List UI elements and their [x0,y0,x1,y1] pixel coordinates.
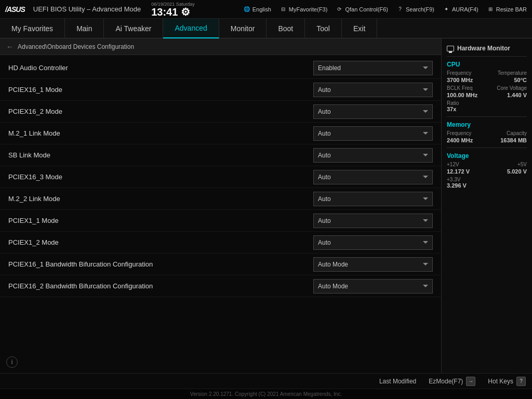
myfavorite-icon: ⊟ [280,6,287,13]
footer: Last Modified EzMode(F7) → Hot Keys ? Ve… [0,373,532,399]
volt-33-value: 3.296 V [447,182,527,189]
table-row: PCIEX16_1 Bandwidth Bifurcation Configur… [0,254,441,275]
breadcrumb: Advanced\Onboard Devices Configuration [18,43,134,50]
table-row: PCIEX1_1 Mode Auto [0,210,441,232]
resizebar-icon: ⊞ [487,6,494,13]
ezmode-btn[interactable]: EzMode(F7) → [429,377,475,386]
mem-cap-label: Capacity [507,130,527,136]
config-select[interactable]: Auto [313,214,433,228]
table-row: HD Audio Controller Enabled [0,57,441,79]
config-select[interactable]: Auto Mode [313,257,433,272]
dropdown-arrow-icon [423,285,428,287]
hardware-monitor-title: Hardware Monitor [447,43,527,57]
config-label: PCIEX16_3 Mode [8,173,313,181]
select-value: Auto [318,217,331,224]
select-value: Auto [318,108,331,115]
select-value: Auto [318,130,331,137]
header-time: 13:41 ⚙ [151,7,190,17]
cpu-bclk-label: BCLK Freq [447,85,472,91]
config-select[interactable]: Auto Mode [313,279,433,294]
volt-33-label: +3.3V [447,177,527,182]
nav-item-my-favorites[interactable]: My Favorites [0,19,65,38]
config-select[interactable]: Auto [313,104,433,119]
cpu-ratio-label: Ratio [447,100,527,106]
hotkeys-label: Hot Keys [488,378,513,385]
config-select[interactable]: Auto [313,148,433,163]
config-label: PCIEX16_1 Mode [8,86,313,94]
config-area: HD Audio Controller Enabled PCIEX16_1 Mo… [0,55,441,373]
aura-tool[interactable]: ✦ AURA(F4) [443,6,478,13]
nav-item-advanced[interactable]: Advanced [163,19,219,38]
copyright-text: Version 2.20.1271. Copyright (C) 2021 Am… [190,391,342,397]
dropdown-arrow-icon [423,197,428,200]
table-row: M.2_1 Link Mode Auto [0,123,441,144]
config-label: PCIEX1_2 Mode [8,238,313,246]
qfan-tool[interactable]: ⟳ Qfan Control(F6) [336,6,388,13]
resizebar-tool[interactable]: ⊞ Resize BAR [487,6,527,13]
dropdown-arrow-icon [423,219,428,222]
hardware-monitor-sidebar: Hardware Monitor CPU Frequency Temperatu… [441,38,532,373]
select-value: Auto Mode [318,261,348,268]
monitor-icon [447,46,454,51]
cpu-section-label: CPU [447,61,527,68]
resizebar-label: Resize BAR [496,6,527,12]
dropdown-arrow-icon [423,110,428,113]
volt-5-label: +5V [517,162,527,167]
config-select[interactable]: Enabled [313,61,433,75]
select-value: Auto [318,239,331,246]
table-row: PCIEX16_2 Bandwidth Bifurcation Configur… [0,275,441,297]
ezmode-label: EzMode(F7) [429,378,463,385]
cpu-corevolt-label: Core Voltage [497,85,527,91]
volt-12-val-row: 12.172 V 5.020 V [447,168,527,175]
aura-label: AURA(F4) [452,6,478,12]
dropdown-arrow-icon [423,154,428,156]
myfavorite-tool[interactable]: ⊟ MyFavorite(F3) [280,6,328,13]
nav-item-main[interactable]: Main [65,19,104,38]
search-tool[interactable]: ? Search(F9) [396,6,434,13]
config-label: M.2_2 Link Mode [8,195,313,203]
language-tool[interactable]: 🌐 English [243,6,271,13]
select-value: Enabled [318,64,341,72]
select-value: Auto [318,152,331,159]
cpu-freq-value: 3700 MHz [447,77,473,83]
cpu-corevolt-value: 1.440 V [507,92,527,98]
header-tools: 🌐 English ⊟ MyFavorite(F3) ⟳ Qfan Contro… [243,6,527,13]
config-label: SB Link Mode [8,151,313,159]
config-label: HD Audio Controller [8,64,313,72]
divider-2 [447,148,527,148]
dropdown-arrow-icon [423,176,428,178]
nav-item-ai-tweaker[interactable]: Ai Tweaker [104,19,163,38]
globe-icon: 🌐 [243,6,250,13]
aura-icon: ✦ [443,6,450,13]
config-select[interactable]: Auto [313,83,433,97]
cpu-temp-value: 50°C [514,77,527,83]
dropdown-arrow-icon [423,241,428,244]
dropdown-arrow-icon [423,66,428,69]
nav-item-boot[interactable]: Boot [267,19,305,38]
header-date: 06/19/2021 Saturday [151,2,195,7]
nav-item-tool[interactable]: Tool [305,19,342,38]
search-icon: ? [396,6,404,13]
hotkeys-btn[interactable]: Hot Keys ? [488,377,526,386]
config-label: PCIEX16_1 Bandwidth Bifurcation Configur… [8,260,313,268]
config-select[interactable]: Auto [313,192,433,206]
breadcrumb-bar: ← Advanced\Onboard Devices Configuration [0,38,441,55]
nav-item-exit[interactable]: Exit [342,19,377,38]
info-button[interactable]: i [6,356,18,368]
nav-item-monitor[interactable]: Monitor [219,19,267,38]
hotkeys-icon: ? [516,377,526,386]
dropdown-arrow-icon [423,263,428,265]
mem-freq-row: Frequency Capacity [447,130,527,136]
config-select[interactable]: Auto [313,170,433,184]
table-row: SB Link Mode Auto [0,144,441,166]
breadcrumb-back-arrow[interactable]: ← [6,43,14,51]
config-select[interactable]: Auto [313,235,433,250]
language-label: English [252,6,271,12]
asus-logo: /ASUS [5,5,25,14]
config-label: PCIEX16_2 Bandwidth Bifurcation Configur… [8,282,313,290]
select-value: Auto [318,86,331,94]
bios-title: UEFI BIOS Utility – Advanced Mode [33,5,141,13]
config-select[interactable]: Auto [313,126,433,141]
last-modified-btn[interactable]: Last Modified [379,378,416,385]
footer-actions: Last Modified EzMode(F7) → Hot Keys ? [0,373,532,389]
